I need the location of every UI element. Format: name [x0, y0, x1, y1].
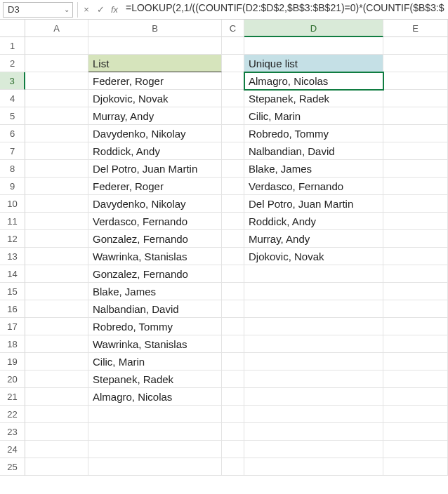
cell-B23[interactable]	[88, 423, 222, 441]
list-item[interactable]: Wawrinka, Stanislas	[88, 248, 222, 265]
list-item[interactable]: Davydenko, Nikolay	[88, 125, 222, 142]
list-item[interactable]: Wawrinka, Stanislas	[88, 335, 222, 353]
cell-C25[interactable]	[222, 458, 244, 476]
cell-E22[interactable]	[383, 406, 448, 423]
cell-D22[interactable]	[244, 406, 383, 423]
row-header-13[interactable]: 13	[0, 248, 25, 265]
cell-E13[interactable]	[383, 248, 448, 265]
confirm-icon[interactable]: ✓	[93, 2, 107, 18]
row-header-17[interactable]: 17	[0, 318, 25, 335]
row-header-6[interactable]: 6	[0, 125, 25, 142]
cell-C19[interactable]	[222, 353, 244, 370]
list-item[interactable]: Gonzalez, Fernando	[88, 230, 222, 248]
unique-item[interactable]: Verdasco, Fernando	[244, 178, 383, 195]
row-header-10[interactable]: 10	[0, 195, 25, 213]
cell-D17[interactable]	[244, 318, 383, 335]
cell-C8[interactable]	[222, 160, 244, 178]
row-header-1[interactable]: 1	[0, 37, 25, 55]
cell-A22[interactable]	[25, 406, 88, 423]
cell-C2[interactable]	[222, 55, 244, 72]
list-item[interactable]: Federer, Roger	[88, 178, 222, 195]
row-header-12[interactable]: 12	[0, 230, 25, 248]
cell-A25[interactable]	[25, 458, 88, 476]
cell-E3[interactable]	[383, 72, 448, 90]
cell-D14[interactable]	[244, 265, 383, 283]
cell-C24[interactable]	[222, 441, 244, 458]
row-header-20[interactable]: 20	[0, 370, 25, 388]
cell-E12[interactable]	[383, 230, 448, 248]
row-header-16[interactable]: 16	[0, 300, 25, 318]
unique-item[interactable]: Murray, Andy	[244, 230, 383, 248]
row-header-22[interactable]: 22	[0, 406, 25, 423]
cancel-icon[interactable]: ×	[79, 2, 93, 18]
row-header-18[interactable]: 18	[0, 335, 25, 353]
cell-C22[interactable]	[222, 406, 244, 423]
list-header[interactable]: List	[88, 55, 222, 72]
unique-item[interactable]: Djokovic, Novak	[244, 248, 383, 265]
cell-A20[interactable]	[25, 370, 88, 388]
cell-C23[interactable]	[222, 423, 244, 441]
cell-A9[interactable]	[25, 178, 88, 195]
select-all-corner[interactable]	[0, 20, 25, 37]
cell-A23[interactable]	[25, 423, 88, 441]
cell-C10[interactable]	[222, 195, 244, 213]
unique-item[interactable]: Roddick, Andy	[244, 213, 383, 230]
cell-C7[interactable]	[222, 142, 244, 160]
cell-C18[interactable]	[222, 335, 244, 353]
list-item[interactable]: Davydenko, Nikolay	[88, 195, 222, 213]
list-item[interactable]: Del Potro, Juan Martin	[88, 160, 222, 178]
cell-A10[interactable]	[25, 195, 88, 213]
cell-A5[interactable]	[25, 107, 88, 125]
column-header-A[interactable]: A	[25, 20, 88, 37]
unique-item[interactable]: Del Potro, Juan Martin	[244, 195, 383, 213]
cell-D23[interactable]	[244, 423, 383, 441]
cell-C3[interactable]	[222, 72, 244, 90]
cell-E20[interactable]	[383, 370, 448, 388]
cell-D25[interactable]	[244, 458, 383, 476]
cell-E8[interactable]	[383, 160, 448, 178]
cell-A7[interactable]	[25, 142, 88, 160]
row-header-5[interactable]: 5	[0, 107, 25, 125]
unique-item[interactable]: Blake, James	[244, 160, 383, 178]
cell-D15[interactable]	[244, 283, 383, 300]
row-header-4[interactable]: 4	[0, 90, 25, 107]
cell-E9[interactable]	[383, 178, 448, 195]
cell-C9[interactable]	[222, 178, 244, 195]
list-item[interactable]: Cilic, Marin	[88, 353, 222, 370]
cell-E18[interactable]	[383, 335, 448, 353]
cell-D1[interactable]	[244, 37, 383, 55]
list-item[interactable]: Murray, Andy	[88, 107, 222, 125]
cell-A4[interactable]	[25, 90, 88, 107]
cell-A16[interactable]	[25, 300, 88, 318]
unique-item[interactable]: Nalbandian, David	[244, 142, 383, 160]
cell-D16[interactable]	[244, 300, 383, 318]
cell-E25[interactable]	[383, 458, 448, 476]
row-header-24[interactable]: 24	[0, 441, 25, 458]
row-header-2[interactable]: 2	[0, 55, 25, 72]
cell-C21[interactable]	[222, 388, 244, 406]
cell-C13[interactable]	[222, 248, 244, 265]
cell-E21[interactable]	[383, 388, 448, 406]
list-item[interactable]: Almagro, Nicolas	[88, 388, 222, 406]
cell-E2[interactable]	[383, 55, 448, 72]
cell-A13[interactable]	[25, 248, 88, 265]
cell-A18[interactable]	[25, 335, 88, 353]
row-header-9[interactable]: 9	[0, 178, 25, 195]
cell-D19[interactable]	[244, 353, 383, 370]
cell-A3[interactable]	[25, 72, 88, 90]
row-header-14[interactable]: 14	[0, 265, 25, 283]
unique-item[interactable]: Almagro, Nicolas	[244, 72, 383, 90]
unique-item[interactable]: Cilic, Marin	[244, 107, 383, 125]
cell-D20[interactable]	[244, 370, 383, 388]
cell-A21[interactable]	[25, 388, 88, 406]
unique-header[interactable]: Unique list	[244, 55, 383, 72]
cell-E19[interactable]	[383, 353, 448, 370]
column-header-C[interactable]: C	[222, 20, 244, 37]
column-header-E[interactable]: E	[383, 20, 448, 37]
cell-E14[interactable]	[383, 265, 448, 283]
row-header-15[interactable]: 15	[0, 283, 25, 300]
list-item[interactable]: Nalbandian, David	[88, 300, 222, 318]
cell-D24[interactable]	[244, 441, 383, 458]
list-item[interactable]: Verdasco, Fernando	[88, 213, 222, 230]
unique-item[interactable]: Robredo, Tommy	[244, 125, 383, 142]
